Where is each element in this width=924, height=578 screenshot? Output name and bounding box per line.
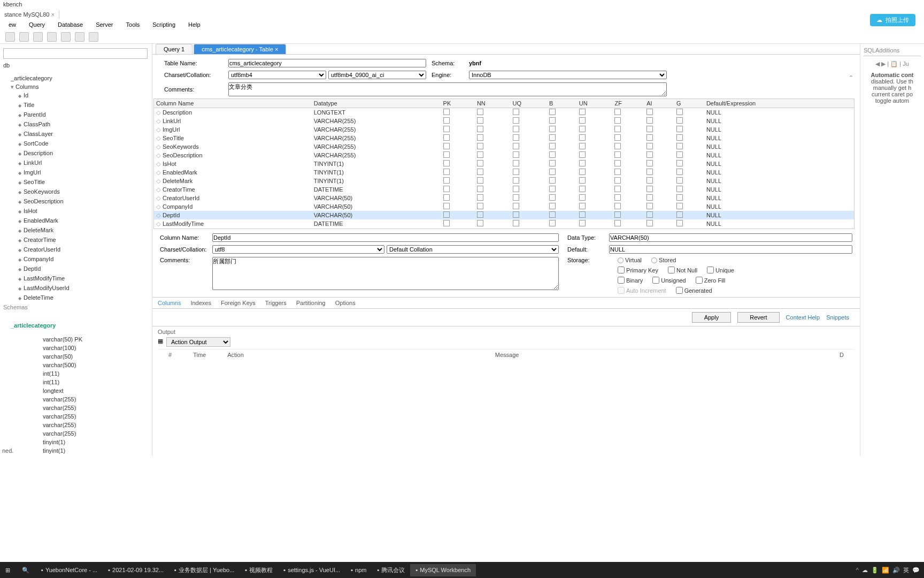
column-row[interactable]: CreatorUserIdVARCHAR(50)NULL <box>154 194 854 202</box>
schema-filter-input[interactable] <box>3 48 148 59</box>
db-node[interactable]: db <box>3 61 151 70</box>
tree-column[interactable]: DeleteTime <box>3 293 151 303</box>
toolbar-icon-2[interactable] <box>19 32 29 42</box>
tree-column[interactable]: SeoKeywords <box>3 187 151 197</box>
column-row[interactable]: LastModifyUserIdVARCHAR(50)NULL <box>154 228 854 229</box>
toolbar-icon-7[interactable] <box>89 32 98 42</box>
tree-column[interactable]: ClassLayer <box>3 130 151 139</box>
subtab-triggers[interactable]: Triggers <box>265 300 287 306</box>
col-collation-select[interactable]: Default Collation <box>387 245 559 254</box>
column-row[interactable]: IsHotTINYINT(1)NULL <box>154 159 854 168</box>
tree-column[interactable]: LinkUrl <box>3 158 151 168</box>
taskbar-start[interactable]: ⊞ <box>0 565 16 576</box>
table-comments-input[interactable]: 文章分类 <box>228 82 667 96</box>
check-nn[interactable]: Not Null <box>668 267 697 273</box>
tree-column[interactable]: ClassPath <box>3 120 151 130</box>
column-row[interactable]: CompanyIdVARCHAR(50)NULL <box>154 202 854 211</box>
close-icon[interactable]: × <box>51 11 54 18</box>
tree-column[interactable]: EnabledMark <box>3 216 151 226</box>
taskbar-item[interactable]: ▪ 视频教程 <box>240 564 278 576</box>
taskbar-item[interactable]: ▪ settings.js - VueUI... <box>278 564 345 576</box>
check-un[interactable]: Unsigned <box>652 277 686 284</box>
instance-tab[interactable]: stance MySQL80 × <box>0 10 59 19</box>
column-row[interactable]: LastModifyTimeDATETIMENULL <box>154 219 854 228</box>
tree-column[interactable]: DeleteMark <box>3 226 151 235</box>
tree-column[interactable]: LastModifyUserId <box>3 284 151 293</box>
close-icon[interactable]: × <box>275 46 278 52</box>
column-row[interactable]: EnabledMarkTINYINT(1)NULL <box>154 168 854 177</box>
subtab-partitioning[interactable]: Partitioning <box>296 300 326 306</box>
taskbar-item[interactable]: ▪ MySQL Workbench <box>410 564 476 576</box>
taskbar-item[interactable]: ▪ 腾讯会议 <box>372 564 410 576</box>
toolbar-icon-6[interactable] <box>75 32 84 42</box>
system-tray[interactable]: ^ ☁ 🔋 📶 🔊 英 💬 <box>856 566 924 574</box>
check-pk[interactable]: Primary Key <box>618 267 658 273</box>
menu-query[interactable]: Query <box>24 20 50 29</box>
menu-help[interactable]: Help <box>183 20 206 29</box>
tree-column[interactable]: ParentId <box>3 110 151 120</box>
tray-icon[interactable]: 🔊 <box>892 567 900 574</box>
column-row[interactable]: SeoTitleVARCHAR(255)NULL <box>154 134 854 142</box>
tree-column[interactable]: IsHot <box>3 207 151 216</box>
subtab-options[interactable]: Options <box>335 300 356 306</box>
column-row[interactable]: DeleteMarkTINYINT(1)NULL <box>154 177 854 185</box>
datatype-input[interactable] <box>609 233 852 242</box>
radio-stored[interactable]: Stored <box>651 257 676 263</box>
toolbar-icon-5[interactable] <box>61 32 71 42</box>
taskbar-search[interactable]: 🔍 <box>17 565 35 576</box>
tab-query1[interactable]: Query 1 <box>156 44 192 54</box>
columns-node[interactable]: ▾ Columns <box>3 82 151 91</box>
menu-view[interactable]: ew <box>3 20 21 29</box>
schema-tree[interactable]: db _articlecategory ▾ Columns IdTitlePar… <box>1 61 151 456</box>
tree-column[interactable]: SortCode <box>3 139 151 149</box>
menu-tools[interactable]: Tools <box>121 20 145 29</box>
tree-column[interactable]: CompanyId <box>3 255 151 264</box>
check-uq[interactable]: Unique <box>707 267 734 273</box>
collation-select[interactable]: utf8mb4_0900_ai_ci <box>328 71 426 79</box>
check-zf[interactable]: Zero Fill <box>696 277 726 284</box>
column-row[interactable]: CreatorTimeDATETIMENULL <box>154 185 854 194</box>
tray-icon[interactable]: 📶 <box>882 567 889 574</box>
columns-grid[interactable]: Column NameDatatypePKNNUQBUNZFAIGDefault… <box>153 98 854 229</box>
subtab-fk[interactable]: Foreign Keys <box>221 300 256 306</box>
tree-column[interactable]: ImgUrl <box>3 168 151 178</box>
charset-select[interactable]: utf8mb4 <box>228 71 326 79</box>
menu-database[interactable]: Database <box>52 20 88 29</box>
toolbar-icon-1[interactable] <box>5 32 15 42</box>
toolbar-icon-4[interactable] <box>47 32 57 42</box>
tab-table[interactable]: cms_articlecategory - Table × <box>194 44 286 54</box>
tray-notifications-icon[interactable]: 💬 <box>912 567 920 574</box>
taskbar-item[interactable]: ▪ npm <box>345 564 372 576</box>
toolbar-icon-3[interactable] <box>33 32 43 42</box>
menu-server[interactable]: Server <box>90 20 118 29</box>
apply-button[interactable]: Apply <box>692 312 732 323</box>
tree-column[interactable]: CreatorTime <box>3 235 151 245</box>
upload-badge[interactable]: ☁ 拍照上传 <box>870 14 915 26</box>
table-name-input[interactable] <box>228 59 426 67</box>
tree-column[interactable]: Title <box>3 101 151 110</box>
tree-column[interactable]: Description <box>3 149 151 158</box>
tree-column[interactable]: LastModifyTime <box>3 274 151 284</box>
tree-column[interactable]: Id <box>3 91 151 101</box>
table-node[interactable]: _articlecategory <box>3 74 151 82</box>
column-row[interactable]: DescriptionLONGTEXTNULL <box>154 108 854 117</box>
tray-icon[interactable]: 🔋 <box>871 567 879 574</box>
radio-virtual[interactable]: Virtual <box>618 257 642 263</box>
tray-icon[interactable]: ☁ <box>862 567 868 574</box>
taskbar-item[interactable]: ▪ YuebonNetCore - ... <box>36 564 103 576</box>
check-ai[interactable]: Auto Increment <box>618 287 666 294</box>
menu-scripting[interactable]: Scripting <box>147 20 181 29</box>
tree-column[interactable]: SeoTitle <box>3 178 151 187</box>
col-comments-input[interactable]: 所属部门 <box>212 257 559 290</box>
revert-button[interactable]: Revert <box>737 312 779 323</box>
check-gen[interactable]: Generated <box>676 287 712 294</box>
column-row[interactable]: SeoKeywordsVARCHAR(255)NULL <box>154 142 854 151</box>
column-row[interactable]: SeoDescriptionVARCHAR(255)NULL <box>154 151 854 159</box>
tree-column[interactable]: CreatorUserId <box>3 245 151 255</box>
check-bin[interactable]: Binary <box>618 277 643 284</box>
subtab-indexes[interactable]: Indexes <box>190 300 211 306</box>
context-help-link[interactable]: Context Help <box>786 314 820 321</box>
snippets-link[interactable]: Snippets <box>826 314 849 321</box>
output-type-select[interactable]: Action Output <box>166 337 230 347</box>
column-row[interactable]: LinkUrlVARCHAR(255)NULL <box>154 117 854 125</box>
